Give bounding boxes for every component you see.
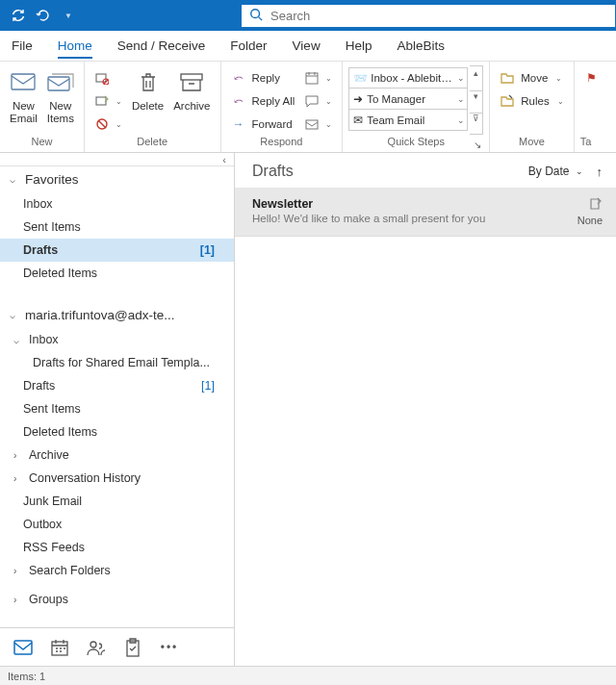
tag-button[interactable]: ⚑	[580, 67, 596, 89]
chevron-right-icon: ›	[13, 566, 25, 576]
search-icon	[249, 8, 263, 24]
search-box[interactable]	[241, 4, 616, 28]
more-respond-icon	[304, 116, 320, 132]
acct-drafts[interactable]: Drafts[1]	[0, 374, 234, 397]
cleanup-button[interactable]: ⌄	[90, 90, 126, 112]
new-items-label: New Items	[47, 100, 74, 125]
svg-rect-8	[306, 73, 318, 84]
menu-file[interactable]: File	[12, 33, 33, 59]
new-items-button[interactable]: New Items	[43, 65, 78, 127]
im-icon	[304, 93, 320, 109]
quick-access: ▼	[0, 7, 87, 24]
reply-all-button[interactable]: ⤺Reply All	[227, 90, 299, 112]
ribbon-group-delete: ⌄ ⌄ Delete Archive Delete	[85, 62, 221, 152]
more-respond-button[interactable]: ⌄	[300, 114, 336, 135]
ribbon: New Email New Items New ⌄ ⌄ Delete Archi…	[0, 62, 616, 153]
people-icon[interactable]	[87, 638, 106, 657]
menu-home[interactable]: Home	[58, 33, 92, 59]
quick-step-manager[interactable]: ➜To Manager⌄	[348, 89, 468, 110]
sort-button[interactable]: By Date⌄↑	[528, 165, 603, 179]
menu-folder[interactable]: Folder	[230, 33, 267, 59]
menu-send-receive[interactable]: Send / Receive	[117, 33, 206, 59]
menu-help[interactable]: Help	[346, 33, 372, 59]
chevron-down-icon: ⌵	[13, 335, 25, 345]
ribbon-label-delete: Delete	[90, 136, 215, 151]
calendar-icon[interactable]	[50, 638, 69, 657]
fav-deleted[interactable]: Deleted Items	[0, 262, 234, 285]
quick-access-dropdown-icon[interactable]: ▼	[60, 7, 77, 24]
acct-outbox[interactable]: Outbox	[0, 513, 234, 536]
quick-step-inbox[interactable]: 📨Inbox - Ablebits...⌄	[348, 67, 468, 89]
menu-view[interactable]: View	[293, 33, 321, 59]
forward-button[interactable]: →Forward	[227, 114, 299, 135]
chevron-down-icon: ⌄	[576, 166, 583, 176]
acct-junk[interactable]: Junk Email	[0, 490, 234, 513]
ribbon-group-respond: ⤺Reply ⤺Reply All →Forward ⌄ ⌄ ⌄ Respond	[221, 62, 344, 152]
acct-inbox[interactable]: ⌵Inbox	[0, 328, 234, 351]
quick-step-team[interactable]: ✉Team Email⌄	[348, 110, 468, 131]
archive-button[interactable]: Archive	[169, 65, 214, 114]
new-email-button[interactable]: New Email	[6, 65, 41, 127]
fav-inbox[interactable]: Inbox	[0, 192, 234, 216]
envelope-stack-icon	[47, 69, 74, 96]
acct-rss[interactable]: RSS Feeds	[0, 536, 234, 559]
message-item[interactable]: Newsletter Hello! We'd like to make a sm…	[235, 188, 616, 237]
sort-direction-icon: ↑	[597, 165, 603, 179]
rules-icon	[500, 93, 515, 109]
junk-icon	[94, 116, 110, 132]
acct-search-folders[interactable]: ›Search Folders	[0, 559, 234, 582]
svg-rect-2	[48, 77, 69, 90]
message-date: None	[578, 215, 603, 226]
fav-drafts[interactable]: Drafts[1]	[0, 239, 234, 262]
more-icon[interactable]: •••	[160, 638, 179, 657]
nav-collapse-button[interactable]: ‹	[0, 153, 234, 166]
reply-button[interactable]: ⤺Reply	[227, 67, 299, 89]
list-header: Drafts By Date⌄↑	[235, 153, 616, 188]
delete-label: Delete	[132, 100, 164, 113]
im-button[interactable]: ⌄	[300, 90, 336, 112]
quick-step-scroll-down[interactable]: ▾	[470, 90, 482, 111]
acct-inbox-templates[interactable]: Drafts for Shared Email Templa...	[0, 351, 234, 374]
search-input[interactable]	[270, 9, 607, 23]
chevron-right-icon: ›	[13, 450, 25, 461]
quick-step-scroll-up[interactable]: ▴	[470, 68, 482, 89]
ribbon-group-quick-steps: 📨Inbox - Ablebits...⌄ ➜To Manager⌄ ✉Team…	[343, 62, 490, 152]
quick-step-more[interactable]: ⊽	[470, 113, 482, 134]
delete-button[interactable]: Delete	[128, 65, 167, 114]
forward-icon: →	[231, 116, 246, 132]
folder-title: Drafts	[252, 163, 528, 180]
menu-ablebits[interactable]: AbleBits	[397, 33, 445, 59]
menu-bar: File Home Send / Receive Folder View Hel…	[0, 31, 616, 62]
junk-button[interactable]: ⌄	[90, 114, 126, 135]
quick-steps-launcher-icon[interactable]: ↘	[472, 140, 483, 151]
acct-conv-history[interactable]: ›Conversation History	[0, 467, 234, 490]
acct-sent[interactable]: Sent Items	[0, 397, 234, 420]
mail-icon[interactable]	[13, 638, 33, 657]
sync-icon[interactable]	[10, 7, 27, 24]
ribbon-label-tags: Ta	[580, 136, 590, 151]
acct-archive[interactable]: ›Archive	[0, 444, 234, 467]
acct-groups[interactable]: ›Groups	[0, 588, 234, 611]
ignore-button[interactable]	[90, 67, 126, 89]
ribbon-label-quick-steps: Quick Steps↘	[348, 136, 483, 151]
favorites-header[interactable]: ⌵Favorites	[0, 166, 234, 192]
svg-point-12	[90, 642, 96, 647]
ribbon-label-new: New	[6, 136, 78, 151]
ignore-icon	[94, 70, 110, 86]
svg-rect-7	[181, 74, 202, 80]
meeting-button[interactable]: ⌄	[300, 67, 336, 89]
to-manager-icon: ➜	[353, 92, 363, 106]
rules-button[interactable]: Rules⌄	[496, 90, 567, 112]
archive-label: Archive	[173, 100, 210, 113]
fav-sent-items[interactable]: Sent Items	[0, 216, 234, 239]
svg-rect-10	[14, 641, 32, 654]
archive-icon	[178, 69, 205, 96]
acct-deleted[interactable]: Deleted Items	[0, 420, 234, 444]
draft-icon	[589, 197, 603, 213]
account-header[interactable]: ⌵maria.trifuntova@adx-te...	[0, 302, 234, 328]
meeting-icon	[304, 70, 320, 86]
tasks-icon[interactable]	[123, 638, 142, 657]
cleanup-icon	[94, 93, 110, 109]
undo-icon[interactable]	[35, 7, 52, 24]
move-button[interactable]: Move⌄	[496, 67, 567, 89]
